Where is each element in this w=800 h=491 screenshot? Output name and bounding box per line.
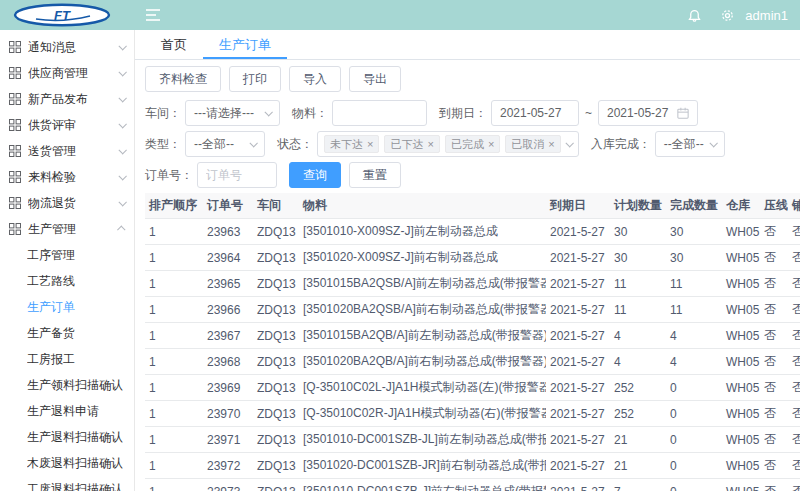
table-cell: 23973: [203, 479, 253, 491]
table-row[interactable]: 123969ZDQ13[Q-35010C02L-J]A1H模式制动器(左)(带报…: [145, 375, 800, 401]
table-row[interactable]: 123965ZDQ13[3501015BA2QSB/A]前左制动器总成(带报警器…: [145, 271, 800, 297]
sidebar-item[interactable]: 生产订单: [0, 294, 134, 320]
table-row[interactable]: 123967ZDQ13[3501015BA2QB/A]前左制动器总成(带报警器)…: [145, 323, 800, 349]
table-cell: WH05: [722, 375, 760, 401]
status-tag-label: 已取消: [511, 137, 544, 152]
status-tag: 已下达×: [384, 135, 439, 153]
tag-close-icon[interactable]: ×: [548, 139, 554, 150]
table-header-cell: 物料: [299, 193, 546, 219]
sidebar-item[interactable]: 物流退货: [0, 190, 134, 216]
filter-row-3: 订单号： 查询 重置: [145, 162, 800, 188]
table-cell: 2021-5-27: [546, 245, 610, 271]
material-input[interactable]: [332, 100, 427, 126]
sidebar-item[interactable]: 通知消息: [0, 34, 134, 60]
sidebar-item[interactable]: 木废退料扫描确认: [0, 450, 134, 476]
due-to-date-input[interactable]: 2021-05-27: [598, 100, 698, 126]
table-row[interactable]: 123966ZDQ13[3501020BA2QSB/A]前右制动器总成(带报警器…: [145, 297, 800, 323]
sidebar-item-label: 生产管理: [28, 221, 119, 238]
username[interactable]: admin1: [745, 8, 788, 23]
table-cell: 2021-5-27: [546, 349, 610, 375]
workshop-select[interactable]: ---请选择---: [185, 100, 280, 126]
tag-close-icon[interactable]: ×: [367, 139, 373, 150]
type-select[interactable]: --全部--: [185, 131, 265, 157]
sidebar-item[interactable]: 生产管理: [0, 216, 134, 242]
table-cell: 否: [788, 349, 800, 375]
toolbar-button[interactable]: 齐料检查: [145, 66, 221, 92]
sidebar-item[interactable]: 供货评审: [0, 112, 134, 138]
table-row[interactable]: 123970ZDQ13[Q-35010C02R-J]A1H模式制动器(右)(带报…: [145, 401, 800, 427]
table-cell: 4: [666, 349, 722, 375]
table-row[interactable]: 123968ZDQ13[3501020BA2QB/A]前右制动器总成(带报警器)…: [145, 349, 800, 375]
table-cell: 23970: [203, 401, 253, 427]
table-cell: 1: [145, 427, 203, 453]
table-cell: 0: [666, 401, 722, 427]
status-multiselect-tags: 未下达×已下达×已完成×已取消×: [324, 135, 566, 153]
tag-close-icon[interactable]: ×: [488, 139, 494, 150]
table-cell: 1: [145, 297, 203, 323]
bell-icon[interactable]: [687, 8, 702, 23]
chevron-down-icon: [118, 198, 126, 206]
sidebar-item-label: 工废退料扫描确认: [27, 481, 125, 491]
reset-button[interactable]: 重置: [349, 162, 401, 188]
table-cell: 否: [788, 401, 800, 427]
logo: FT: [12, 3, 135, 27]
toolbar: 齐料检查打印导入导出: [145, 66, 800, 92]
table-cell: 7: [610, 479, 666, 491]
sidebar-item[interactable]: 工序管理: [0, 242, 134, 268]
main-area: 首页 生产订单 齐料检查打印导入导出 车间： ---请选择--- 物料： 到期日…: [135, 30, 800, 491]
sidebar-item[interactable]: 工房报工: [0, 346, 134, 372]
type-label: 类型：: [145, 136, 181, 153]
stockin-complete-select[interactable]: --全部--: [655, 131, 725, 157]
sidebar-item-label: 工艺路线: [27, 273, 125, 290]
table-cell: [3501020-X009SZ-J]前右制动器总成: [299, 245, 546, 271]
chevron-down-icon: [249, 139, 257, 147]
sidebar-item[interactable]: 送货管理: [0, 138, 134, 164]
toolbar-button[interactable]: 导出: [349, 66, 401, 92]
calendar-icon: [677, 107, 689, 119]
sidebar-item[interactable]: 生产领料扫描确认: [0, 372, 134, 398]
sidebar-item[interactable]: 新产品发布: [0, 86, 134, 112]
tag-close-icon[interactable]: ×: [427, 139, 433, 150]
status-multiselect[interactable]: 未下达×已下达×已完成×已取消×: [317, 131, 579, 157]
date-range-separator: ~: [585, 106, 592, 120]
table-cell: ZDQ13: [253, 375, 299, 401]
table-cell: 30: [610, 245, 666, 271]
toolbar-button[interactable]: 打印: [229, 66, 281, 92]
table-row[interactable]: 123963ZDQ13[3501010-X009SZ-J]前左制动器总成2021…: [145, 219, 800, 245]
grid-icon: [9, 41, 21, 53]
sidebar-item[interactable]: 工废退料扫描确认: [0, 476, 134, 491]
table-header-cell: 订单号: [203, 193, 253, 219]
menu-collapse-icon[interactable]: [145, 8, 161, 22]
sidebar-item[interactable]: 生产退料申请: [0, 398, 134, 424]
status-tag: 已完成×: [445, 135, 500, 153]
sidebar-item[interactable]: 生产退料扫描确认: [0, 424, 134, 450]
query-button[interactable]: 查询: [289, 162, 341, 188]
sidebar-item[interactable]: 工艺路线: [0, 268, 134, 294]
table-cell: 252: [610, 375, 666, 401]
table-cell: [3501020-DC001SZB-JR]前右制动器总成(带报警器)(老气室): [299, 453, 546, 479]
table-row[interactable]: 123972ZDQ13[3501020-DC001SZB-JR]前右制动器总成(…: [145, 453, 800, 479]
tab-home[interactable]: 首页: [145, 30, 203, 59]
table-cell: [3501020BA2QSB/A]前右制动器总成(带报警器): [299, 297, 546, 323]
table-row[interactable]: 123964ZDQ13[3501020-X009SZ-J]前右制动器总成2021…: [145, 245, 800, 271]
sidebar-item[interactable]: 生产备货: [0, 320, 134, 346]
table-row[interactable]: 123973ZDQ13[3501010-DC001SZB-J]前左制动器总成(带…: [145, 479, 800, 491]
table-cell: [3501015BA2QSB/A]前左制动器总成(带报警器): [299, 271, 546, 297]
table-cell: [Q-35010C02L-J]A1H模式制动器(左)(带报警器): [299, 375, 546, 401]
table-row[interactable]: 123971ZDQ13[3501010-DC001SZB-JL]前左制动器总成(…: [145, 427, 800, 453]
table-header-cell: 计划数量: [610, 193, 666, 219]
table-cell: [3501010-DC001SZB-J]前左制动器总成(带报警器): [299, 479, 546, 491]
sidebar-item[interactable]: 来料检验: [0, 164, 134, 190]
table-cell: WH05: [722, 401, 760, 427]
table-cell: ZDQ13: [253, 323, 299, 349]
toolbar-button[interactable]: 导入: [289, 66, 341, 92]
gear-icon[interactable]: [720, 8, 735, 23]
sidebar-item[interactable]: 供应商管理: [0, 60, 134, 86]
table-header-cell: 铺缎: [788, 193, 800, 219]
order-no-input[interactable]: [197, 162, 277, 188]
due-from-date-input[interactable]: 2021-05-27: [491, 100, 579, 126]
tab-production-orders[interactable]: 生产订单: [203, 30, 287, 59]
table-cell: 0: [666, 479, 722, 491]
table-cell: [3501010-X009SZ-J]前左制动器总成: [299, 219, 546, 245]
grid-icon: [9, 171, 21, 183]
